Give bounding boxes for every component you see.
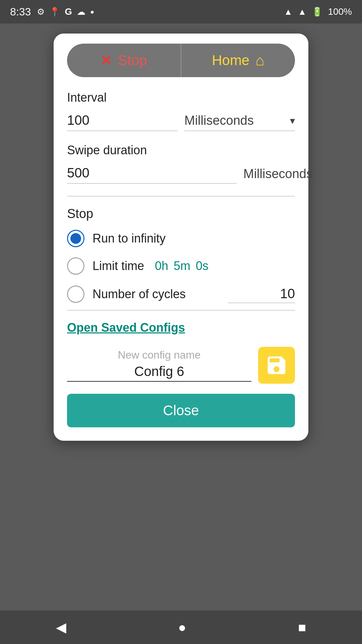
config-name-inner: New config name (67, 349, 251, 382)
interval-section-label: Interval (67, 91, 295, 105)
config-name-section: New config name (67, 347, 295, 384)
dialog-topbar: ✕ Stop Home ⌂ (67, 44, 295, 77)
dot-icon: ● (90, 8, 94, 16)
interval-input-wrapper (67, 110, 178, 131)
home-button[interactable]: Home ⌂ (181, 44, 295, 77)
stop-x-icon: ✕ (101, 53, 112, 68)
status-bar: 8:33 ⚙ 📍 G ☁ ● ▲ ▲ 🔋 100% (0, 0, 362, 23)
location-icon: 📍 (49, 7, 60, 17)
battery-text: 100% (328, 6, 352, 17)
limit-time-hours: 0h (155, 259, 168, 273)
stop-section: Stop Run to infinity Limit time 0h 5m 0s… (67, 207, 295, 303)
nav-back-button[interactable]: ◀ (56, 620, 66, 635)
config-name-placeholder: New config name (118, 349, 200, 361)
radio-circle-limit (67, 257, 84, 275)
signal-icon: ▲ (298, 7, 307, 17)
swipe-duration-label: Swipe duration (67, 143, 295, 157)
divider-1 (67, 196, 295, 197)
swipe-duration-section: Swipe duration Milliseconds (67, 143, 295, 184)
config-name-underline (67, 381, 251, 382)
home-label: Home (212, 52, 249, 68)
cycles-input-wrapper (192, 285, 295, 303)
stop-label: Stop (118, 52, 147, 68)
limit-time-label: Limit time (93, 259, 144, 273)
status-bar-right: ▲ ▲ 🔋 100% (284, 6, 352, 17)
chevron-down-icon: ▾ (290, 115, 295, 126)
interval-unit-label: Milliseconds (184, 113, 254, 128)
divider-2 (67, 310, 295, 311)
swipe-duration-input[interactable] (67, 163, 237, 184)
limit-time-minutes: 5m (174, 259, 190, 273)
wifi-icon: ▲ (284, 7, 293, 17)
open-saved-configs-link[interactable]: Open Saved Configs (67, 321, 295, 335)
close-button[interactable]: Close (67, 394, 295, 427)
google-icon: G (65, 6, 72, 17)
limit-time-seconds: 0s (196, 259, 208, 273)
radio-number-of-cycles[interactable]: Number of cycles (67, 285, 295, 303)
home-icon: ⌂ (255, 52, 264, 69)
battery-icon: 🔋 (312, 7, 322, 17)
interval-unit-select[interactable]: Milliseconds ▾ (184, 111, 295, 131)
radio-circle-run (67, 230, 84, 247)
interval-row: Milliseconds ▾ (67, 110, 295, 131)
floppy-disk-icon (265, 354, 288, 377)
nav-bar: ◀ ● ■ (0, 610, 362, 644)
limit-time-values: 0h 5m 0s (155, 259, 208, 273)
nav-home-button[interactable]: ● (178, 620, 186, 635)
status-bar-left: 8:33 ⚙ 📍 G ☁ ● (10, 6, 94, 18)
cycles-input[interactable] (228, 285, 295, 303)
radio-limit-time[interactable]: Limit time 0h 5m 0s (67, 257, 295, 275)
swipe-row: Milliseconds (67, 163, 295, 184)
config-name-input[interactable] (67, 364, 251, 379)
settings-icon: ⚙ (37, 7, 45, 17)
nav-recent-button[interactable]: ■ (298, 620, 306, 635)
close-button-label: Close (163, 402, 199, 419)
cloud-icon: ☁ (77, 7, 85, 17)
status-icons: ⚙ 📍 G ☁ ● (37, 6, 94, 17)
run-to-infinity-label: Run to infinity (93, 231, 166, 246)
interval-input[interactable] (67, 110, 178, 131)
stop-button[interactable]: ✕ Stop (67, 44, 181, 77)
dialog: ✕ Stop Home ⌂ Interval Milliseconds ▾ Sw… (54, 34, 308, 441)
swipe-unit-label: Milliseconds (243, 167, 313, 184)
status-time: 8:33 (10, 6, 31, 18)
number-of-cycles-label: Number of cycles (93, 287, 186, 301)
cycles-label-group: Number of cycles (93, 285, 295, 303)
save-config-button[interactable] (258, 347, 295, 384)
radio-circle-cycles (67, 285, 84, 303)
radio-run-to-infinity[interactable]: Run to infinity (67, 230, 295, 247)
stop-section-label: Stop (67, 207, 295, 221)
radio-inner-run (70, 233, 81, 244)
